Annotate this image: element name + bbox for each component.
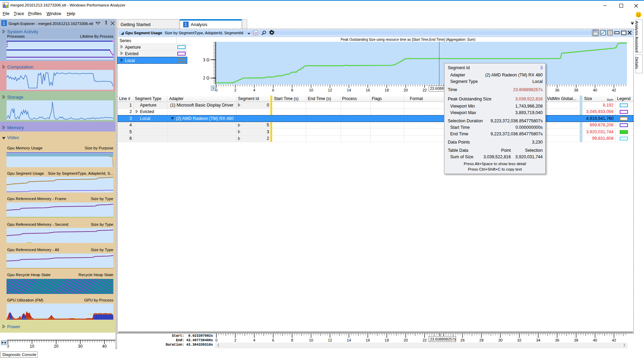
- svg-text:18: 18: [385, 88, 389, 92]
- svg-text:8: 8: [291, 338, 293, 342]
- svg-text:36: 36: [555, 338, 559, 342]
- svg-text:12: 12: [328, 88, 332, 92]
- svg-text:3 G: 3 G: [203, 58, 210, 62]
- svg-text:10: 10: [309, 88, 313, 92]
- svg-text:38: 38: [574, 338, 578, 342]
- svg-text:26: 26: [460, 338, 465, 342]
- svg-text:42: 42: [612, 338, 616, 342]
- svg-text:30: 30: [498, 338, 502, 342]
- svg-text:18: 18: [385, 338, 389, 342]
- svg-text:10: 10: [30, 344, 35, 349]
- svg-text:40: 40: [593, 338, 597, 342]
- svg-text:32: 32: [517, 338, 521, 342]
- svg-text:6: 6: [272, 338, 274, 342]
- svg-text:36: 36: [555, 88, 559, 92]
- svg-text:2: 2: [234, 338, 236, 342]
- svg-text:2: 2: [234, 88, 236, 92]
- svg-text:0: 0: [7, 344, 9, 349]
- svg-text:28: 28: [479, 338, 483, 342]
- svg-text:30: 30: [78, 344, 83, 349]
- svg-text:22: 22: [422, 338, 427, 342]
- svg-text:0: 0: [215, 338, 217, 342]
- svg-text:16: 16: [366, 338, 370, 342]
- svg-text:20: 20: [54, 344, 59, 349]
- svg-text:42: 42: [612, 88, 616, 92]
- svg-text:14: 14: [347, 338, 351, 342]
- svg-text:10: 10: [309, 338, 313, 342]
- svg-text:2 G: 2 G: [203, 76, 210, 81]
- svg-text:4: 4: [253, 338, 255, 342]
- svg-text:34: 34: [536, 338, 540, 342]
- svg-text:6: 6: [272, 88, 274, 92]
- svg-text:38: 38: [574, 88, 578, 92]
- svg-text:20: 20: [404, 338, 408, 342]
- svg-text:16: 16: [366, 88, 370, 92]
- svg-text:14: 14: [347, 88, 351, 92]
- svg-text:20: 20: [404, 88, 408, 92]
- svg-text:40: 40: [102, 344, 107, 349]
- svg-text:8: 8: [291, 88, 293, 92]
- svg-text:12: 12: [328, 338, 332, 342]
- svg-text:40: 40: [593, 88, 597, 92]
- svg-text:22: 22: [422, 88, 427, 92]
- svg-text:4: 4: [253, 88, 255, 92]
